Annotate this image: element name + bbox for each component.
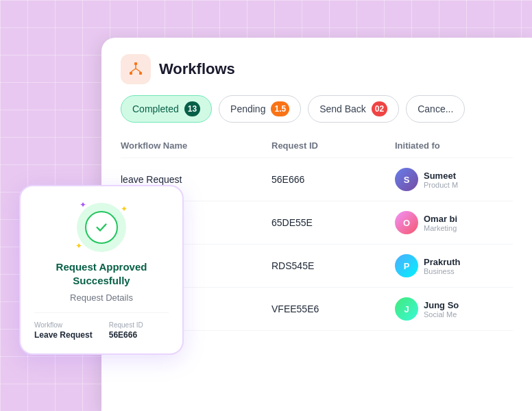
user-info: Omar bi Marketing [424,214,457,232]
tab-pending[interactable]: Pending 1.5 [219,95,301,123]
popup-detail-request: Request ID 56E666 [109,321,143,340]
row-2-user: O Omar bi Marketing [395,211,513,234]
check-icon-wrap [85,211,118,244]
col-header-request-id: Request ID [271,140,395,151]
col-header-initiated: Initiated fo [395,140,513,151]
user-info: Sumeet Product M [424,171,458,189]
table-header: Workflow Name Request ID Initiated fo [121,134,513,158]
tab-completed[interactable]: Completed 13 [121,95,212,123]
header: Workflows [101,38,532,95]
row-4-request-id: VFEE55E6 [271,303,395,314]
tabs-container: Completed 13 Pending 1.5 Send Back 02 Ca… [101,95,532,134]
tab-pending-badge: 1.5 [271,101,289,116]
row-1-user: S Sumeet Product M [395,168,513,191]
avatar: P [395,254,418,277]
col-header-name: Workflow Name [121,140,271,151]
sparkle-icon: ✦ [80,200,86,210]
check-icon [94,220,109,235]
popup-divider [34,312,169,313]
user-name: Jung So [424,300,459,310]
row-3-request-id: RDS545E [271,260,395,271]
popup-subtitle: Request Details [70,292,133,303]
tab-sendback-label: Send Back [319,103,366,114]
svg-rect-1 [130,72,132,75]
avatar: J [395,297,418,321]
popup-detail-workflow: Workflow Leave Request [34,321,93,340]
sparkle-icon: ✦ [121,204,128,214]
tab-sendback[interactable]: Send Back 02 [308,95,399,123]
success-icon-outer: ✦ ✦ ✦ [77,203,126,252]
user-name: Sumeet [424,171,458,181]
tab-completed-badge: 13 [184,101,200,116]
popup-title: Request Approved Succesfully [34,260,169,287]
user-role: Product M [424,181,458,189]
popup-details: Workflow Leave Request Request ID 56E666 [34,321,169,340]
row-2-request-id: 65DE55E [271,217,395,228]
sparkle-icon: ✦ [75,241,82,251]
user-info: Jung So Social Me [424,300,459,319]
row-4-user: J Jung So Social Me [395,297,513,321]
row-3-user: P Prakruth Business [395,254,513,277]
user-role: Social Me [424,310,459,319]
approval-popup: ✦ ✦ ✦ Request Approved Succesfully Reque… [19,185,184,355]
tab-completed-label: Completed [132,103,179,114]
user-name: Omar bi [424,214,457,224]
header-icon-wrap [121,54,151,84]
popup-detail-label-workflow: Workflow [34,321,93,329]
svg-rect-0 [134,62,137,65]
avatar: S [395,168,418,191]
row-1-request-id: 56E666 [271,174,395,185]
tab-cancelled[interactable]: Cance... [406,95,465,123]
svg-line-4 [131,68,136,72]
svg-line-5 [136,68,141,72]
user-info: Prakruth Business [424,257,460,275]
svg-rect-2 [139,72,142,75]
tab-cancelled-label: Cance... [418,103,453,114]
row-1-name: leave Request [121,174,271,185]
tab-pending-label: Pending [230,103,265,114]
popup-detail-label-request: Request ID [109,321,143,329]
avatar: O [395,211,418,234]
workflow-icon [128,61,144,77]
user-name: Prakruth [424,257,460,267]
page-title: Workflows [159,60,235,78]
user-role: Business [424,267,460,275]
popup-detail-value-request: 56E666 [109,330,143,340]
user-role: Marketing [424,224,457,232]
popup-detail-value-workflow: Leave Request [34,330,93,340]
tab-sendback-badge: 02 [372,101,387,116]
